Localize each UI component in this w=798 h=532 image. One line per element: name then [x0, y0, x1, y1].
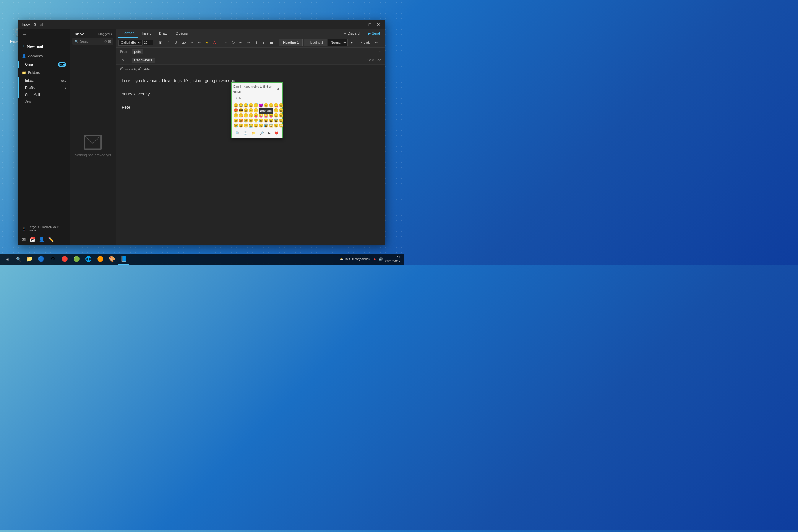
- new-mail-button[interactable]: + New mail: [18, 40, 70, 52]
- people-nav-icon[interactable]: 👤: [39, 237, 45, 242]
- emoji-cell[interactable]: 😱: [269, 123, 273, 128]
- indent-increase-button[interactable]: ⇥: [245, 39, 252, 46]
- tab-options[interactable]: Options: [171, 29, 192, 38]
- more-folders-item[interactable]: More: [18, 98, 70, 106]
- flagged-dropdown[interactable]: Flagged ▾: [98, 33, 112, 36]
- tab-format[interactable]: Format: [118, 29, 138, 38]
- taskbar-app-settings[interactable]: ⚙: [47, 253, 58, 265]
- tasks-nav-icon[interactable]: ✏️: [48, 237, 54, 242]
- inbox-folder-item[interactable]: Inbox 557: [18, 77, 70, 84]
- emoji-cell[interactable]: 😂: [239, 103, 243, 108]
- taskbar-app-firefox[interactable]: 🟠: [95, 253, 106, 265]
- emoji-cell[interactable]: 😙: [244, 113, 248, 118]
- taskbar-clock[interactable]: 11:44 06/07/2022: [385, 255, 400, 263]
- tab-draw[interactable]: Draw: [155, 29, 171, 38]
- hamburger-icon[interactable]: ☰: [21, 31, 28, 38]
- taskbar-app-explorer[interactable]: 📁: [24, 253, 35, 265]
- emoji-cell[interactable]: 😒: [259, 108, 263, 113]
- emoji-cell[interactable]: 😋: [274, 103, 279, 108]
- close-button[interactable]: ✕: [374, 20, 383, 29]
- italic-button[interactable]: I: [165, 39, 172, 46]
- align-right-button[interactable]: ⫾: [260, 39, 267, 46]
- emoji-cell[interactable]: 😏: [244, 108, 248, 113]
- taskbar-start-button[interactable]: ⊞: [1, 253, 13, 265]
- highlight-button[interactable]: A: [203, 39, 210, 46]
- tab-insert[interactable]: Insert: [138, 29, 155, 38]
- emoji-heart-nav-icon[interactable]: ❤️: [274, 131, 279, 136]
- emoji-cell[interactable]: 😡: [239, 118, 243, 123]
- gmail-account-item[interactable]: Gmail 557: [18, 61, 70, 68]
- emoji-cell[interactable]: 😚: [249, 113, 253, 118]
- emoji-search-nav-icon[interactable]: 🔍: [235, 131, 240, 136]
- emoji-cell[interactable]: 😐: [249, 108, 253, 113]
- emoji-close-button[interactable]: ✕: [276, 87, 281, 92]
- taskbar-app-spotify[interactable]: 🟢: [71, 253, 82, 265]
- emoji-cell[interactable]: 😠: [233, 118, 238, 123]
- emoji-play-nav-icon[interactable]: ▶: [268, 131, 270, 136]
- emoji-cell[interactable]: 😩: [279, 118, 283, 123]
- maximize-button[interactable]: □: [365, 20, 374, 29]
- emoji-recent-nav-icon[interactable]: 🕐: [244, 131, 248, 136]
- underline-button[interactable]: U: [172, 39, 179, 46]
- taskbar-app-edge[interactable]: 🔵: [36, 253, 47, 265]
- emoji-cell[interactable]: 😪: [233, 123, 238, 128]
- superscript-button[interactable]: x2: [196, 39, 203, 46]
- emoji-cell[interactable]: 😬: [244, 123, 248, 128]
- redo-button[interactable]: ↩: [373, 39, 380, 46]
- emoji-cell[interactable]: 😭: [249, 123, 253, 128]
- font-color-button[interactable]: A: [211, 39, 218, 46]
- get-gmail-link[interactable]: 📱 Get your Gmail on your phone: [22, 226, 66, 232]
- taskbar-app-chrome[interactable]: 🔴: [59, 253, 70, 265]
- emoji-cell[interactable]: 😢: [244, 118, 248, 123]
- refresh-icon[interactable]: ↻: [104, 39, 107, 43]
- send-button[interactable]: ▶ Send: [365, 30, 383, 37]
- to-value[interactable]: Cat.owners: [132, 58, 155, 63]
- strikethrough-button[interactable]: ab: [180, 39, 187, 46]
- font-name-select[interactable]: Calibri (Body): [118, 40, 142, 45]
- emoji-cell[interactable]: 😎: [239, 108, 243, 113]
- numbered-list-button[interactable]: ①: [230, 39, 237, 46]
- emoji-cell[interactable]: 😗: [233, 113, 238, 118]
- mail-nav-icon[interactable]: ✉: [22, 237, 26, 242]
- emoji-cell[interactable]: 😝: [269, 113, 273, 118]
- calendar-nav-icon[interactable]: 📅: [29, 237, 35, 242]
- align-left-button[interactable]: ⫿: [253, 39, 260, 46]
- subscript-button[interactable]: x2: [188, 39, 195, 46]
- emoji-cell[interactable]: 😯: [259, 123, 263, 128]
- emoji-cell-zany[interactable]: 🤪 zany face: [264, 113, 268, 118]
- undo-button[interactable]: ↩ Undo: [359, 39, 372, 46]
- paragraph-style-select[interactable]: Normal: [328, 39, 347, 46]
- emoji-cell[interactable]: 😮: [253, 123, 258, 128]
- emoji-cell[interactable]: 😅: [244, 103, 248, 108]
- bullets-button[interactable]: ≡: [222, 39, 229, 46]
- emoji-cell[interactable]: 😲: [274, 123, 279, 128]
- emoji-cell[interactable]: 😣: [249, 118, 253, 123]
- emoji-cell[interactable]: 😘: [239, 113, 243, 118]
- emoji-cell[interactable]: 😍: [233, 108, 238, 113]
- emoji-cell[interactable]: 😞: [274, 113, 279, 118]
- emoji-cell[interactable]: 😔: [269, 108, 273, 113]
- emoji-cell[interactable]: 😛: [253, 113, 258, 118]
- emoji-cell[interactable]: 😰: [264, 123, 268, 128]
- emoji-cell[interactable]: 😨: [274, 118, 279, 123]
- network-icon[interactable]: 🔺: [373, 257, 377, 261]
- bold-button[interactable]: B: [157, 39, 164, 46]
- emoji-cell[interactable]: 😇: [253, 103, 258, 108]
- taskbar-app-browser[interactable]: 🌐: [83, 253, 94, 265]
- message-body[interactable]: Look... you love cats, I love dogs. It's…: [116, 73, 385, 245]
- emoji-folder-nav-icon[interactable]: 📁: [252, 131, 256, 136]
- emoji-cell[interactable]: 😧: [269, 118, 273, 123]
- expand-compose-icon[interactable]: ⤢: [378, 50, 381, 54]
- filter-icon[interactable]: ⊞: [108, 40, 111, 43]
- taskbar-app-photoshop[interactable]: 🎨: [107, 253, 118, 265]
- minimize-button[interactable]: –: [357, 20, 365, 29]
- font-size-input[interactable]: [142, 40, 153, 45]
- indent-decrease-button[interactable]: ⇤: [238, 39, 244, 46]
- sent-mail-folder-item[interactable]: Sent Mail: [18, 91, 70, 98]
- drafts-folder-item[interactable]: Drafts 17: [18, 84, 70, 91]
- emoji-cell[interactable]: 😜: [259, 113, 263, 118]
- taskbar-app-mail[interactable]: 📘: [118, 253, 130, 265]
- heading2-button[interactable]: Heading 2: [304, 39, 327, 46]
- emoji-cell[interactable]: 😌: [279, 103, 283, 108]
- emoji-cell[interactable]: 😉: [264, 103, 268, 108]
